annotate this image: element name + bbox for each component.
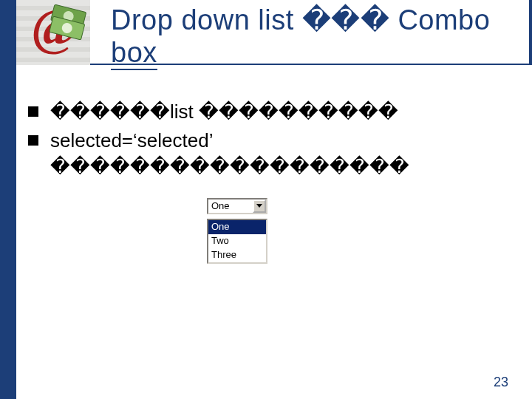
combo-dropdown-button[interactable]	[253, 200, 266, 213]
slide: @ Drop down list ��� Combo box ������lis…	[0, 0, 532, 399]
svg-rect-6	[16, 58, 90, 62]
slide-title: Drop down list ��� Combo box	[111, 4, 525, 70]
combo-option[interactable]: Three	[208, 248, 266, 262]
bullet-list: ������list ���������� selected=‘selected…	[28, 99, 516, 183]
title-line-1: Drop down list ��� Combo	[111, 4, 490, 35]
combo-option[interactable]: One	[208, 220, 266, 234]
header-right-border	[529, 0, 532, 65]
combo-value: One	[208, 200, 253, 213]
bullet-icon	[28, 106, 38, 117]
slide-logo: @	[16, 0, 90, 65]
bullet-text: selected=‘selected’ ������������������	[50, 128, 516, 180]
title-line-2: box	[111, 37, 157, 71]
left-accent-bar	[0, 0, 16, 399]
combo-option[interactable]: Two	[208, 234, 266, 248]
svg-marker-12	[256, 204, 262, 208]
page-number: 23	[494, 375, 508, 390]
chevron-down-icon	[256, 204, 262, 208]
combo-listbox[interactable]: One Two Three	[207, 219, 267, 264]
at-dollar-icon: @	[16, 0, 90, 65]
combo-figure: One One Two Three	[207, 198, 267, 264]
list-item: selected=‘selected’ ������������������	[28, 128, 516, 180]
bullet-icon	[28, 135, 38, 146]
list-item: ������list ����������	[28, 99, 516, 125]
bullet-text: ������list ����������	[50, 99, 516, 125]
combo-closed[interactable]: One	[207, 198, 267, 214]
